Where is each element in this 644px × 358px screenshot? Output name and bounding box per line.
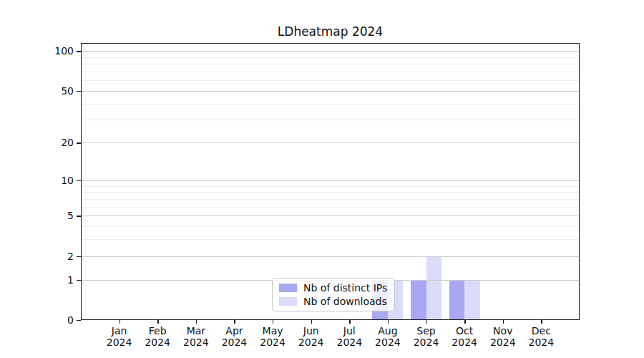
gridline-major bbox=[81, 216, 580, 216]
x-tick-label: Jul2024 bbox=[329, 325, 369, 348]
bar-downloads-sep bbox=[426, 256, 441, 319]
x-axis-tick bbox=[196, 320, 197, 324]
y-tick-label: 5 bbox=[32, 210, 74, 221]
legend-swatch-icon bbox=[279, 297, 297, 306]
gridline-major bbox=[81, 142, 580, 143]
bar-distinct-ips-oct bbox=[449, 280, 464, 319]
gridline-major bbox=[81, 256, 580, 257]
gridline-minor bbox=[81, 72, 580, 72]
x-tick-label: Aug2024 bbox=[368, 325, 408, 348]
x-tick-label: Dec2024 bbox=[521, 325, 561, 348]
gridline-major bbox=[81, 91, 580, 92]
chart-title: LDheatmap 2024 bbox=[81, 24, 580, 39]
gridline-major bbox=[81, 180, 580, 181]
x-axis-tick bbox=[157, 320, 158, 324]
legend-label: Nb of distinct IPs bbox=[303, 282, 387, 294]
figure: LDheatmap 2024 Nb of distinct IPsNb of d… bbox=[0, 0, 644, 358]
x-axis-tick bbox=[119, 320, 120, 324]
legend-label: Nb of downloads bbox=[303, 296, 387, 307]
y-tick-label: 50 bbox=[32, 85, 74, 97]
legend: Nb of distinct IPsNb of downloads bbox=[272, 278, 395, 311]
legend-item: Nb of downloads bbox=[279, 296, 387, 307]
x-tick-label: May2024 bbox=[253, 325, 293, 348]
x-tick-label: Sep2024 bbox=[406, 325, 447, 348]
x-axis-tick bbox=[503, 320, 504, 324]
gridline-minor bbox=[81, 64, 580, 64]
gridline-major bbox=[81, 51, 580, 52]
y-axis-tick bbox=[77, 256, 81, 257]
y-axis-tick bbox=[77, 180, 81, 181]
x-axis-tick bbox=[234, 320, 235, 324]
x-axis-tick bbox=[464, 320, 465, 324]
x-axis-tick bbox=[541, 320, 542, 324]
y-axis-tick bbox=[77, 216, 81, 216]
y-tick-label: 1 bbox=[32, 274, 74, 286]
x-axis-tick bbox=[426, 320, 427, 324]
legend-item: Nb of distinct IPs bbox=[279, 282, 387, 294]
x-tick-label: Feb2024 bbox=[137, 325, 177, 348]
y-tick-label: 0 bbox=[32, 314, 74, 326]
gridline-minor bbox=[81, 199, 580, 200]
gridline-minor bbox=[81, 239, 580, 240]
gridline-minor bbox=[81, 104, 580, 105]
y-tick-label: 100 bbox=[32, 45, 74, 57]
x-axis-tick bbox=[388, 320, 389, 324]
gridline-minor bbox=[81, 192, 580, 193]
y-axis-tick bbox=[77, 91, 81, 92]
y-tick-label: 20 bbox=[32, 137, 74, 148]
x-axis-tick bbox=[349, 320, 350, 324]
x-axis-tick bbox=[311, 320, 312, 324]
x-tick-label: Oct2024 bbox=[444, 325, 484, 348]
gridline-minor bbox=[81, 120, 580, 120]
bar-downloads-oct bbox=[464, 280, 479, 319]
x-tick-label: Mar2024 bbox=[176, 325, 216, 348]
gridline-minor bbox=[81, 186, 580, 187]
gridline-minor bbox=[81, 57, 580, 58]
y-axis-tick bbox=[77, 320, 81, 321]
y-tick-label: 10 bbox=[32, 175, 74, 186]
y-axis-tick bbox=[77, 142, 81, 143]
y-axis-tick bbox=[77, 280, 81, 281]
y-axis-tick bbox=[77, 51, 81, 52]
gridline-minor bbox=[81, 226, 580, 227]
x-tick-label: Jan2024 bbox=[99, 325, 140, 348]
x-tick-label: Nov2024 bbox=[483, 325, 523, 348]
bar-distinct-ips-sep bbox=[411, 280, 426, 319]
y-tick-label: 2 bbox=[32, 251, 74, 262]
x-tick-label: Jun2024 bbox=[291, 325, 331, 348]
legend-swatch-icon bbox=[279, 284, 297, 292]
gridline-minor bbox=[81, 207, 580, 208]
gridline-minor bbox=[81, 80, 580, 81]
x-axis-tick bbox=[273, 320, 273, 324]
x-tick-label: Apr2024 bbox=[214, 325, 254, 348]
